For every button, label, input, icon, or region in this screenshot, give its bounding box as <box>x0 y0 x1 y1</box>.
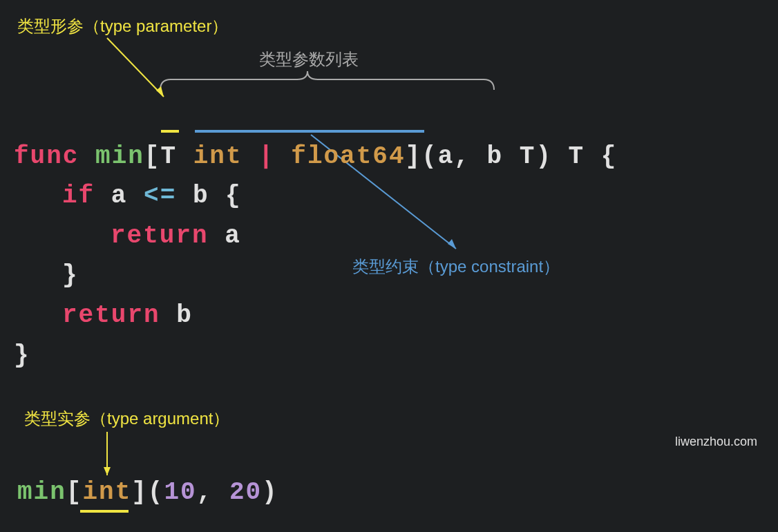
label-type-parameter: 类型形参（type parameter） <box>17 15 228 37</box>
code-block-func: func min[T int | float64](a, b T) T { if… <box>14 97 617 375</box>
svg-marker-1 <box>156 86 164 97</box>
func-name: min <box>95 142 144 171</box>
generic-T: T <box>160 142 177 171</box>
underline-type-argument <box>80 510 129 513</box>
watermark: liwenzhou.com <box>675 435 757 449</box>
underline-type-param <box>161 130 179 133</box>
keyword-func: func <box>14 142 79 171</box>
code-block-call: min[int](10, 20) <box>17 478 278 506</box>
underline-type-constraint <box>195 130 424 133</box>
type-float64: float64 <box>291 142 405 171</box>
keyword-if: if <box>62 182 95 210</box>
keyword-return-1: return <box>111 222 209 250</box>
call-type-int: int <box>82 478 131 506</box>
label-type-argument: 类型实参（type argument） <box>24 408 229 430</box>
label-type-param-list: 类型参数列表 <box>259 48 359 70</box>
type-int: int <box>193 142 243 171</box>
keyword-return-2: return <box>62 301 160 330</box>
svg-line-0 <box>107 38 164 97</box>
svg-marker-5 <box>104 467 111 475</box>
